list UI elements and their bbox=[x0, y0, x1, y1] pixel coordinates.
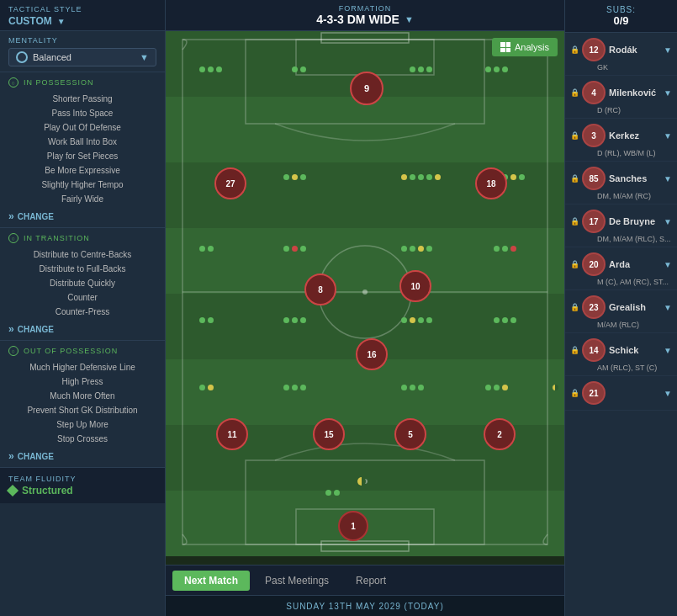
sub-chevron-12: ▼ bbox=[664, 45, 672, 55]
formation-value[interactable]: 4-3-3 DM WIDE ▼ bbox=[166, 13, 564, 26]
instr-dots-row8 bbox=[199, 246, 214, 252]
sub-pos-4: D (RC) bbox=[570, 106, 621, 114]
player-rb[interactable]: 2 bbox=[484, 418, 516, 450]
subs-label: SUBS: bbox=[572, 5, 670, 14]
player-lb[interactable]: 11 bbox=[216, 418, 248, 450]
player-cm2[interactable]: 10 bbox=[399, 270, 431, 302]
sub-pos-12: GK bbox=[570, 63, 608, 72]
player-st[interactable]: 9 bbox=[350, 72, 383, 105]
sub-pos-85: DM, M/AM (RC) bbox=[570, 192, 651, 200]
sub-player-rodak[interactable]: 🔒 12 Rodák ▼ GK bbox=[565, 33, 677, 76]
player-dm[interactable]: 16 bbox=[356, 338, 388, 370]
in-transition-change-button[interactable]: » CHANGE bbox=[8, 323, 156, 335]
sub-pos-17: DM, M/AM (RLC), S... bbox=[570, 235, 671, 243]
out-of-possession-change-button[interactable]: » CHANGE bbox=[8, 450, 156, 462]
in-possession-change-button[interactable]: » CHANGE bbox=[8, 210, 156, 222]
in-possession-header: ○ IN POSSESSION bbox=[8, 77, 156, 88]
lock-icon-3: 🔒 bbox=[570, 131, 579, 140]
instr-dots-row16 bbox=[199, 385, 214, 390]
lock-icon-23: 🔒 bbox=[570, 303, 579, 311]
half-moon-gk bbox=[357, 477, 366, 486]
change-arrows-icon3: » bbox=[8, 450, 14, 462]
lock-icon-17: 🔒 bbox=[570, 217, 579, 226]
formation-chevron-icon: ▼ bbox=[405, 14, 414, 24]
subs-header: SUBS: 0/9 bbox=[565, 0, 677, 33]
half-dot-def bbox=[553, 385, 558, 390]
player-lw[interactable]: 27 bbox=[214, 167, 246, 199]
out-of-possession-items: Much Higher Defensive Line High Press Mu… bbox=[8, 360, 156, 446]
player-cb1[interactable]: 15 bbox=[313, 418, 345, 450]
sub-name-14: Schick bbox=[609, 345, 664, 355]
sub-pos-20: M (C), AM (RC), ST... bbox=[570, 278, 669, 286]
tabs-bar: Next Match Past Meetings Report bbox=[166, 565, 564, 595]
date-text: SUNDAY 13TH MAY 2029 (TODAY) bbox=[286, 602, 444, 611]
team-fluidity-section: TEAM FLUIDITY Structured bbox=[0, 468, 165, 503]
sub-player-debruyne[interactable]: 🔒 17 De Bruyne ▼ DM, M/AM (RLC), S... bbox=[565, 204, 677, 247]
sub-badge-85: 85 bbox=[582, 167, 606, 190]
player-gk[interactable]: 1 bbox=[338, 511, 368, 541]
svg-rect-6 bbox=[321, 33, 409, 43]
sub-badge-17: 17 bbox=[582, 210, 606, 233]
instr-dots-row14 bbox=[401, 317, 432, 323]
out-of-possession-header: ○ OUT OF POSSESSION bbox=[8, 346, 156, 356]
right-panel: SUBS: 0/9 🔒 12 Rodák ▼ GK 🔒 4 Milenković… bbox=[564, 0, 677, 616]
sub-pos-3: D (RL), WB/M (L) bbox=[570, 149, 656, 157]
sub-name-20: Arda bbox=[609, 259, 664, 269]
sub-player-arda[interactable]: 🔒 20 Arda ▼ M (C), AM (RC), ST... bbox=[565, 247, 677, 290]
instr-dots-row1 bbox=[199, 66, 222, 72]
sub-name-17: De Bruyne bbox=[609, 216, 664, 226]
sub-badge-14: 14 bbox=[582, 338, 606, 362]
date-bar: SUNDAY 13TH MAY 2029 (TODAY) bbox=[166, 595, 564, 616]
tactical-style-value[interactable]: CUSTOM ▼ bbox=[8, 15, 156, 27]
sub-player-sanches[interactable]: 🔒 85 Sanches ▼ DM, M/AM (RC) bbox=[565, 162, 677, 204]
in-transition-section: ○ IN TRANSITION Distribute to Centre-Bac… bbox=[0, 228, 165, 341]
in-transition-header: ○ IN TRANSITION bbox=[8, 233, 156, 243]
grid-icon bbox=[500, 42, 510, 52]
instr-dots-row5 bbox=[283, 174, 306, 180]
sub-chevron-3: ▼ bbox=[664, 131, 672, 141]
change-arrows-icon: » bbox=[8, 210, 14, 222]
center-panel: FORMATION 4-3-3 DM WIDE ▼ bbox=[166, 0, 564, 616]
sub-chevron-20: ▼ bbox=[664, 260, 672, 269]
team-fluidity-icon bbox=[7, 485, 19, 497]
sub-chevron-4: ▼ bbox=[664, 88, 672, 98]
change-arrows-icon2: » bbox=[8, 323, 14, 335]
sub-player-milenkovic[interactable]: 🔒 4 Milenković ▼ D (RC) bbox=[565, 76, 677, 119]
sub-chevron-17: ▼ bbox=[664, 217, 672, 226]
instr-dots-row19 bbox=[485, 385, 508, 390]
instr-dots-row18 bbox=[401, 385, 424, 390]
sub-badge-12: 12 bbox=[582, 38, 606, 61]
in-transition-items: Distribute to Centre-Backs Distribute to… bbox=[8, 247, 156, 319]
tab-past-meetings[interactable]: Past Meetings bbox=[253, 571, 341, 591]
tab-next-match[interactable]: Next Match bbox=[172, 571, 250, 591]
instr-dots-row3 bbox=[410, 66, 432, 72]
sub-player-schick[interactable]: 🔒 14 Schick ▼ AM (RLC), ST (C) bbox=[565, 333, 677, 376]
sub-player-21[interactable]: 🔒 21 ▼ bbox=[565, 376, 677, 411]
sub-name-23: Grealish bbox=[609, 302, 664, 312]
lock-icon-85: 🔒 bbox=[570, 174, 579, 183]
sub-pos-23: M/AM (RLC) bbox=[570, 321, 639, 329]
svg-rect-0 bbox=[182, 40, 547, 544]
lock-icon-14: 🔒 bbox=[570, 346, 579, 354]
sub-name-12: Rodák bbox=[609, 45, 664, 55]
sub-player-kerkez[interactable]: 🔒 3 Kerkez ▼ D (RL), WB/M (L) bbox=[565, 119, 677, 162]
player-cb2[interactable]: 5 bbox=[394, 418, 426, 450]
instr-dots-row4 bbox=[485, 66, 508, 72]
sub-chevron-14: ▼ bbox=[664, 346, 672, 355]
in-possession-items: Shorter Passing Pass Into Space Play Out… bbox=[8, 92, 156, 206]
lock-icon-12: 🔒 bbox=[570, 45, 579, 54]
in-transition-icon: ○ bbox=[8, 233, 19, 243]
player-cm1[interactable]: 8 bbox=[304, 273, 336, 305]
mentality-dropdown[interactable]: Balanced ▼ bbox=[8, 48, 156, 66]
svg-point-3 bbox=[362, 289, 368, 295]
instr-dots-row10 bbox=[401, 246, 432, 252]
sub-badge-4: 4 bbox=[582, 81, 606, 104]
mentality-icon bbox=[16, 51, 28, 63]
mentality-chevron-icon: ▼ bbox=[140, 52, 149, 62]
tactical-style-label: TACTICAL STYLE bbox=[8, 5, 156, 13]
analysis-button[interactable]: Analysis bbox=[492, 38, 558, 56]
instr-dots-row12 bbox=[199, 317, 214, 323]
tab-report[interactable]: Report bbox=[344, 571, 398, 591]
sub-player-grealish[interactable]: 🔒 23 Grealish ▼ M/AM (RLC) bbox=[565, 290, 677, 333]
player-rw[interactable]: 18 bbox=[475, 167, 507, 199]
